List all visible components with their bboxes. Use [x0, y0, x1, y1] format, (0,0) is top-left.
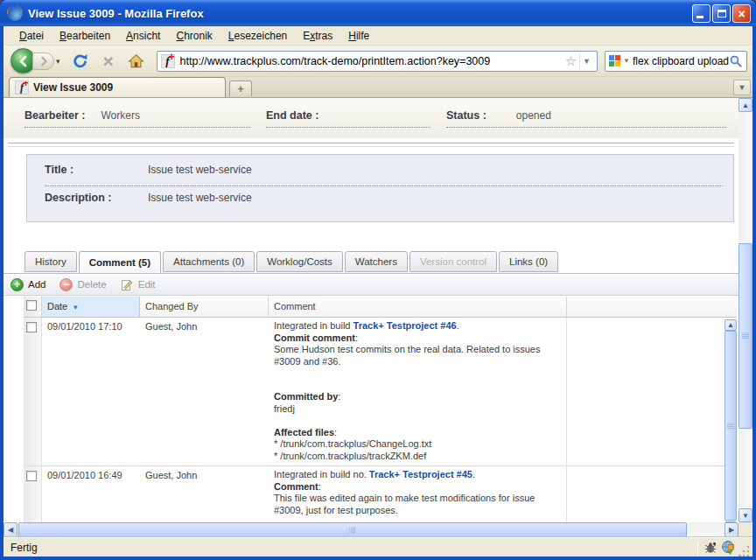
grid-header: Date▼ Changed By Comment	[24, 297, 737, 318]
browser-vertical-scrollbar[interactable]: ▲ ▼	[738, 98, 752, 522]
comment-toolbar: + Add − Delete Edit	[4, 273, 738, 296]
table-row: 09/01/2010 17:10Guest, JohnIntegrated in…	[24, 318, 737, 466]
search-box[interactable]: ▼ flex clipboard upload	[605, 51, 747, 72]
horizontal-scrollbar-thumb[interactable]	[18, 522, 687, 537]
resize-grip[interactable]	[738, 544, 751, 556]
title-bar: View Issue 3009 - Mozilla Firefox ×	[0, 0, 756, 26]
add-button[interactable]: + Add	[10, 278, 46, 291]
edit-pencil-icon	[121, 278, 134, 291]
history-dropdown-icon[interactable]: ▾	[54, 57, 64, 66]
forward-button[interactable]	[32, 52, 54, 70]
forward-arrow-icon	[38, 56, 49, 66]
scrollbar-corner	[738, 522, 752, 537]
comment-grid-body: 09/01/2010 17:10Guest, JohnIntegrated in…	[4, 318, 737, 522]
dotted-divider	[45, 186, 723, 186]
title-value: Issue test web-service	[148, 164, 252, 176]
search-input[interactable]: flex clipboard upload	[633, 55, 729, 67]
new-tab-button[interactable]: +	[229, 80, 252, 96]
minimize-button[interactable]	[692, 4, 710, 23]
menu-item-ansicht[interactable]: Ansicht	[119, 28, 167, 44]
close-button[interactable]: ×	[732, 4, 751, 23]
tab-links[interactable]: Links (0)	[499, 251, 558, 272]
tab-watchers[interactable]: Watchers	[345, 251, 408, 272]
column-header-filler	[567, 297, 737, 318]
tab-history[interactable]: History	[24, 251, 77, 272]
scroll-up-icon[interactable]: ▲	[724, 319, 737, 331]
vertical-scrollbar-thumb[interactable]	[738, 243, 752, 429]
scroll-left-button[interactable]: ◀	[4, 522, 18, 537]
bug-icon[interactable]	[702, 540, 719, 556]
browser-horizontal-scrollbar[interactable]: ◀ ▶	[4, 522, 738, 537]
description-label: Description :	[45, 192, 148, 204]
firefox-window: View Issue 3009 - Mozilla Firefox × Date…	[0, 0, 756, 560]
minus-circle-icon: −	[60, 278, 73, 291]
plus-circle-icon: +	[10, 278, 24, 291]
back-arrow-icon	[18, 55, 30, 67]
tab-version-control: Version control	[410, 251, 497, 272]
status-bar: Fertig	[4, 537, 752, 556]
field-value-bearbeiter: Workers	[101, 109, 139, 122]
home-button[interactable]	[125, 50, 148, 73]
url-dropdown-icon[interactable]: ▼	[579, 53, 593, 69]
tab-comment[interactable]: Comment (5)	[79, 251, 161, 273]
delete-label: Delete	[77, 279, 106, 290]
field-label-bearbeiter: Bearbeiter :	[24, 109, 85, 122]
reload-button[interactable]	[69, 50, 92, 73]
field-label-status: Status :	[446, 109, 486, 122]
menu-item-extras[interactable]: Extras	[296, 28, 340, 44]
scroll-up-button[interactable]: ▲	[738, 98, 752, 112]
globe-update-icon[interactable]	[719, 540, 737, 556]
edit-label: Edit	[138, 279, 156, 290]
maximize-button[interactable]	[712, 4, 731, 23]
search-engine-dropdown-icon[interactable]: ▼	[620, 57, 633, 65]
grid-vertical-scrollbar[interactable]: ▲ ▼	[724, 319, 737, 522]
page-viewport: Bearbeiter : Workers End date : Status :…	[4, 98, 738, 522]
browser-tab[interactable]: f+ View Issue 3009	[9, 77, 226, 97]
row-checkbox[interactable]	[26, 322, 37, 332]
add-label: Add	[28, 279, 46, 290]
google-icon	[609, 55, 620, 66]
sort-desc-icon: ▼	[72, 304, 79, 312]
tab-attachments[interactable]: Attachments (0)	[163, 251, 255, 272]
menu-item-bearbeiten[interactable]: Bearbeiten	[52, 28, 117, 44]
url-bar[interactable]: f+ http://www.trackplus.com/track-demo/p…	[157, 51, 598, 72]
row-checkbox[interactable]	[26, 471, 37, 481]
comment-body: Integrated in build Track+ Testproject #…	[269, 318, 567, 466]
tab-favicon-icon: f+	[15, 80, 29, 94]
issue-summary-panel: Title : Issue test web-service Descripti…	[26, 154, 734, 222]
edit-button[interactable]: Edit	[121, 278, 156, 291]
firefox-icon	[7, 5, 23, 21]
url-text[interactable]: http://www.trackplus.com/track-demo/prin…	[180, 55, 563, 67]
menu-item-lesezeichen[interactable]: Lesezeichen	[221, 28, 294, 44]
issue-field-row: Bearbeiter : Workers End date : Status :…	[4, 98, 738, 138]
delete-button[interactable]: − Delete	[60, 278, 106, 291]
comment-date: 09/01/2010 16:49	[42, 466, 140, 522]
bookmark-star-icon[interactable]: ☆	[563, 54, 579, 67]
column-header-date[interactable]: Date▼	[42, 297, 140, 318]
grid-scrollbar-thumb[interactable]	[724, 331, 737, 521]
section-divider	[8, 143, 734, 147]
issue-tab-strip: HistoryComment (5)Attachments (0)Worklog…	[24, 251, 738, 273]
menu-item-datei[interactable]: Datei	[12, 28, 51, 44]
menu-bar: DateiBearbeitenAnsichtChronikLesezeichen…	[4, 26, 752, 46]
comment-body: Integrated in build no. Track+ Testproje…	[269, 466, 567, 522]
site-favicon-icon: f+	[161, 54, 175, 68]
menu-item-chronik[interactable]: Chronik	[169, 28, 219, 44]
field-value-status: opened	[516, 109, 551, 122]
select-all-checkbox[interactable]	[26, 300, 37, 311]
menu-item-hilfe[interactable]: Hilfe	[341, 28, 376, 44]
scroll-right-button[interactable]: ▶	[724, 522, 738, 537]
column-header-comment[interactable]: Comment	[269, 297, 567, 318]
tab-worklog-costs[interactable]: Worklog/Costs	[256, 251, 343, 272]
tab-title: View Issue 3009	[33, 81, 113, 94]
build-link[interactable]: Track+ Testproject #46	[354, 320, 457, 331]
stop-button[interactable]: ×	[97, 50, 120, 73]
tab-list-dropdown[interactable]: ▼	[733, 80, 751, 95]
scroll-down-button[interactable]: ▼	[738, 508, 752, 522]
comment-author: Guest, John	[140, 466, 269, 522]
search-icon[interactable]	[729, 54, 743, 68]
status-text: Fertig	[10, 542, 694, 554]
column-header-changed-by[interactable]: Changed By	[140, 297, 269, 318]
stop-icon: ×	[102, 52, 113, 70]
build-link[interactable]: Track+ Testproject #45	[369, 469, 472, 480]
